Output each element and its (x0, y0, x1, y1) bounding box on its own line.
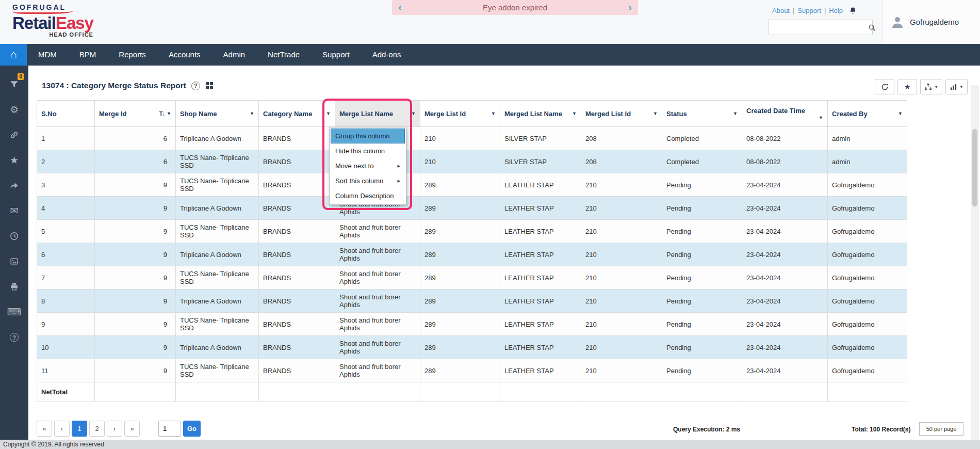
table-row[interactable]: 89Triplicane A GodownBRANDSShoot and fru… (37, 290, 907, 313)
column-dropdown-icon[interactable]: ▼ (326, 111, 331, 116)
table-cell: Completed (662, 127, 742, 150)
search-input[interactable] (769, 20, 868, 35)
share-icon[interactable] (0, 173, 28, 198)
nav-item-reports[interactable]: Reports (107, 44, 157, 66)
help-circle-icon[interactable]: ? (0, 325, 28, 350)
column-label: Merge List Id (424, 110, 466, 118)
table-row[interactable]: 49Triplicane A GodownBRANDSShoot and fru… (37, 197, 907, 220)
table-cell: TUCS Nane- Triplicane SSD (176, 266, 259, 290)
nav-items: MDMBPMReportsAccountsAdminNetTradeSuppor… (27, 44, 413, 66)
search-icon[interactable] (868, 24, 880, 31)
prev-page-button[interactable]: ‹ (54, 421, 70, 437)
refresh-button[interactable] (875, 79, 894, 94)
column-header-merge-list-name[interactable]: Merge List Name▼ (335, 101, 420, 127)
table-row[interactable]: 99TUCS Nane- Triplicane SSDBRANDSShoot a… (37, 313, 907, 336)
column-dropdown-icon[interactable]: ▼ (411, 111, 416, 116)
column-header-merge-list-id[interactable]: Merge List Id▼ (420, 101, 500, 127)
column-header-s-no[interactable]: S.No (37, 101, 95, 127)
table-cell: 2 (37, 150, 95, 173)
hierarchy-view-button[interactable]: ▼ (920, 79, 942, 94)
column-dropdown-icon[interactable]: ▼ (653, 111, 658, 116)
column-header-created-date-time[interactable]: Created Date Time▼ (742, 101, 828, 127)
column-dropdown-icon[interactable]: ▼ (819, 115, 823, 120)
nav-item-nettrade[interactable]: NetTrade (256, 44, 311, 66)
page-button-1[interactable]: 1 (72, 421, 87, 437)
user-avatar-icon (890, 14, 905, 30)
bell-icon[interactable] (849, 7, 857, 14)
table-row[interactable]: 39TUCS Nane- Triplicane SSDBRANDS289LEAT… (37, 173, 907, 197)
notification-next-icon[interactable]: › (628, 1, 632, 14)
link-icon[interactable] (0, 122, 28, 148)
about-link[interactable]: About (772, 7, 790, 14)
mail-icon[interactable]: ✉ (0, 198, 28, 223)
column-header-merge-id[interactable]: Merge IdT↓▼ (95, 101, 176, 127)
support-link[interactable]: Support (797, 7, 821, 14)
column-dropdown-icon[interactable]: ▼ (898, 111, 903, 116)
table-row[interactable]: 16Triplicane A GodownBRANDS210SILVER STA… (37, 127, 907, 150)
column-header-merged-list-id[interactable]: Merged List Id▼ (581, 101, 662, 127)
column-dropdown-icon[interactable]: ▼ (250, 111, 254, 116)
column-header-created-by[interactable]: Created By▼ (828, 101, 907, 127)
home-button[interactable]: ⌂ (0, 44, 27, 66)
column-dropdown-icon[interactable]: ▼ (491, 111, 496, 116)
table-row[interactable]: 119TUCS Nane- Triplicane SSDBRANDSShoot … (37, 359, 907, 382)
column-header-category-name[interactable]: Category Name▼ (259, 101, 335, 127)
go-button[interactable]: Go (183, 421, 201, 437)
scrollbar-thumb[interactable] (972, 129, 977, 206)
column-dropdown-icon[interactable]: ▼ (733, 111, 738, 116)
table-cell: BRANDS (259, 243, 335, 266)
filter-icon[interactable]: 0 (0, 72, 28, 97)
nav-item-bpm[interactable]: BPM (68, 44, 108, 66)
first-page-button[interactable]: « (37, 421, 52, 437)
menu-item-group-this-column[interactable]: Group this column (331, 129, 405, 143)
table-cell: Shoot and fruit borer Aphids (335, 290, 420, 313)
table-row[interactable]: 109Triplicane A GodownBRANDSShoot and fr… (37, 336, 907, 359)
keyboard-icon[interactable]: ⌨ (0, 299, 28, 325)
help-link[interactable]: Help (829, 7, 843, 14)
menu-item-column-description[interactable]: Column Description (331, 188, 405, 203)
table-row[interactable]: 69Triplicane A GodownBRANDSShoot and fru… (37, 243, 907, 266)
favorite-button[interactable]: ★ (897, 79, 917, 94)
menu-item-move-next-to[interactable]: Move next to▸ (331, 158, 405, 173)
query-execution-stat: Query Execution: 2 ms (673, 426, 740, 433)
table-cell: 210 (581, 197, 662, 220)
menu-item-sort-this-column[interactable]: Sort this column▸ (331, 173, 405, 188)
sort-filter-icon[interactable]: T↓ (159, 110, 165, 117)
table-row[interactable]: 26TUCS Nane- Triplicane SSDBRANDS210SILV… (37, 150, 907, 173)
nav-item-mdm[interactable]: MDM (27, 44, 68, 66)
title-help-icon[interactable]: ? (191, 82, 200, 90)
table-cell: BRANDS (259, 220, 335, 243)
menu-item-hide-this-column[interactable]: Hide this column (331, 143, 405, 158)
page-button-2[interactable]: 2 (89, 421, 105, 437)
settings-gear-icon[interactable]: ⚙ (0, 97, 28, 122)
per-page-select[interactable]: 50 per page (919, 422, 963, 436)
table-row[interactable]: 59TUCS Nane- Triplicane SSDBRANDSShoot a… (37, 220, 907, 243)
clock-icon[interactable] (0, 223, 28, 249)
nettotal-cell (742, 382, 828, 402)
total-records-stat: Total: 100 Record(s) (852, 426, 910, 433)
nav-item-add-ons[interactable]: Add-ons (361, 44, 413, 66)
table-row[interactable]: 79TUCS Nane- Triplicane SSDBRANDSShoot a… (37, 266, 907, 290)
page-number-input[interactable] (158, 421, 181, 437)
chart-view-button[interactable]: ▼ (945, 79, 968, 94)
favorites-star-icon[interactable]: ★ (0, 148, 28, 173)
last-page-button[interactable]: » (124, 421, 140, 437)
column-header-status[interactable]: Status▼ (662, 101, 742, 127)
grid-view-icon[interactable] (205, 82, 214, 90)
image-icon[interactable] (0, 249, 28, 274)
user-block[interactable]: Gofrugaldemo (882, 0, 980, 44)
column-dropdown-icon[interactable]: ▼ (572, 111, 577, 116)
column-dropdown-icon[interactable]: ▼ (167, 111, 171, 116)
vertical-scrollbar[interactable] (971, 85, 979, 440)
table-cell: 289 (420, 243, 500, 266)
print-icon[interactable] (0, 274, 28, 299)
column-header-shop-name[interactable]: Shop Name▼ (176, 101, 259, 127)
nav-item-admin[interactable]: Admin (212, 44, 257, 66)
nav-item-accounts[interactable]: Accounts (157, 44, 212, 66)
toolbar-star-icon: ★ (904, 83, 911, 91)
next-page-button[interactable]: › (107, 421, 122, 437)
column-header-merged-list-name[interactable]: Merged List Name▼ (500, 101, 581, 127)
notification-prev-icon[interactable]: ‹ (398, 1, 402, 14)
logo-product-easy: Easy (56, 13, 93, 33)
nav-item-support[interactable]: Support (311, 44, 361, 66)
